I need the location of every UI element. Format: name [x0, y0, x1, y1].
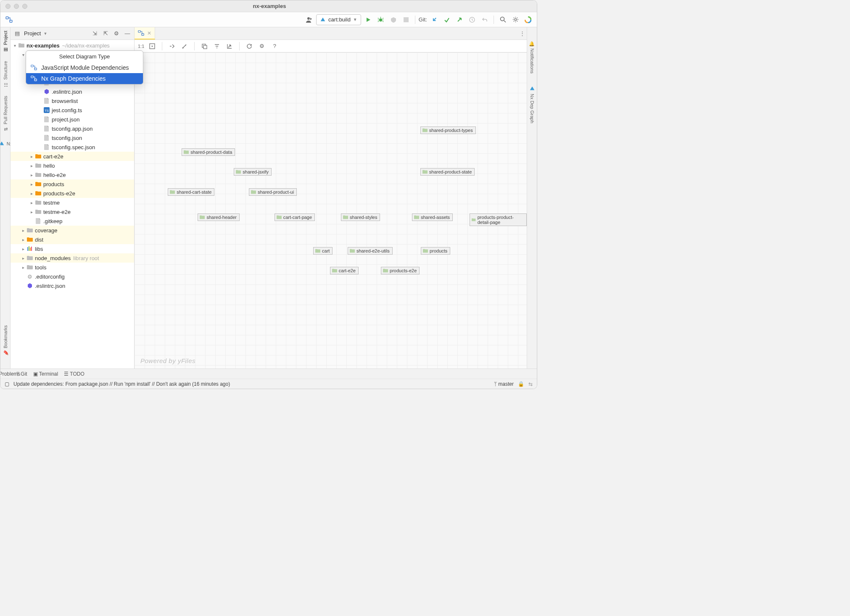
tree-node[interactable]: ▸tools — [11, 263, 134, 272]
graph-node[interactable]: shared-styles — [341, 213, 380, 221]
tree-node[interactable]: tsconfig.app.json — [11, 124, 134, 133]
tab-menu-icon[interactable]: ⋮ — [517, 27, 527, 39]
gear-icon[interactable]: ⚙ — [257, 42, 267, 51]
graph-node[interactable]: shared-jsxify — [234, 168, 272, 176]
tree-node[interactable]: .gitkeep — [11, 216, 134, 226]
minimize-icon[interactable]: — — [123, 29, 132, 38]
tree-root[interactable]: ▾ nx-examples ~/idea/nx-examples — [11, 41, 134, 50]
tree-node[interactable]: ▸libs — [11, 244, 134, 253]
export-icon[interactable] — [225, 42, 234, 51]
traffic-close[interactable] — [5, 4, 11, 9]
svg-rect-27 — [203, 45, 207, 49]
git-commit-icon[interactable] — [441, 14, 452, 25]
project-scope-icon[interactable]: ▤ — [13, 29, 21, 38]
stop-icon[interactable] — [401, 14, 412, 25]
diagram-tool-icon[interactable] — [4, 14, 15, 25]
help-icon[interactable]: ? — [270, 42, 279, 51]
refresh-icon[interactable] — [245, 42, 254, 51]
tree-node[interactable]: ▸products — [11, 179, 134, 189]
quick-access-icon[interactable]: ▢ — [5, 381, 9, 387]
tab-diagram[interactable]: ✕ — [135, 27, 155, 39]
run-icon[interactable] — [363, 14, 374, 25]
settings-icon[interactable] — [510, 14, 521, 25]
project-header-label[interactable]: Project — [24, 30, 41, 37]
graph-node[interactable]: cart-e2e — [330, 267, 359, 274]
tree-node[interactable]: TSjest.config.ts — [11, 105, 134, 115]
fit-content-icon[interactable] — [148, 42, 157, 51]
graph-node[interactable]: shared-product-state — [420, 168, 475, 176]
popup-item-js-deps[interactable]: JavaScript Module Dependencies — [26, 62, 143, 73]
graph-node[interactable]: cart-cart-page — [275, 213, 315, 221]
user-icon[interactable] — [304, 14, 314, 25]
git-push-icon[interactable] — [454, 14, 465, 25]
tree-node[interactable]: ▸products-e2e — [11, 189, 134, 198]
copy-icon[interactable] — [200, 42, 209, 51]
rail-notifications[interactable]: 🔔Notifications — [529, 40, 536, 74]
svg-rect-14 — [29, 246, 29, 251]
close-icon[interactable]: ✕ — [147, 30, 151, 36]
debug-icon[interactable] — [375, 14, 386, 25]
graph-node[interactable]: shared-e2e-utils — [348, 247, 393, 255]
tree-node[interactable]: ▸hello — [11, 161, 134, 170]
tree-node[interactable]: ▸dist — [11, 235, 134, 244]
traffic-max[interactable] — [22, 4, 27, 9]
terminal-button[interactable]: ▣ Terminal — [33, 371, 58, 377]
indent-icon[interactable]: ⇆ — [528, 381, 533, 387]
git-branch[interactable]: ᛘ master — [494, 381, 514, 387]
tree-node[interactable]: ▸testme — [11, 198, 134, 207]
svg-rect-21 — [138, 30, 140, 32]
git-button[interactable]: ᛘ Git — [16, 371, 27, 377]
graph-node[interactable]: products — [421, 247, 450, 255]
problems-button[interactable]: ⊘ Problems — [5, 371, 11, 377]
tree-node[interactable]: ▸coverage — [11, 226, 134, 235]
tree-node[interactable]: browserlist — [11, 96, 134, 105]
tree-node[interactable]: ▸node_moduleslibrary root — [11, 253, 134, 263]
rail-structure[interactable]: ☷Structure — [2, 61, 9, 88]
chevron-down-icon[interactable]: ▼ — [43, 32, 47, 36]
tree-node[interactable]: ⚙.editorconfig — [11, 272, 134, 281]
tree-node[interactable]: ▸hello-e2e — [11, 170, 134, 179]
tree-node[interactable]: tsconfig.spec.json — [11, 142, 134, 152]
lock-icon[interactable]: 🔒 — [518, 381, 524, 387]
jb-logo-icon[interactable] — [523, 14, 533, 25]
traffic-min[interactable] — [14, 4, 19, 9]
graph-node[interactable]: shared-product-ui — [249, 188, 297, 196]
tree-node[interactable]: .eslintrc.json — [11, 281, 134, 290]
graph-node[interactable]: products-e2e — [381, 267, 420, 274]
tree-node[interactable]: project.json — [11, 115, 134, 124]
run-config-selector[interactable]: cart:build ▼ — [316, 14, 361, 25]
status-hint[interactable]: Update dependencies: From package.json /… — [13, 381, 230, 387]
graph-node[interactable]: shared-header — [198, 213, 240, 221]
graph-node[interactable]: shared-product-data — [182, 148, 235, 156]
collapse-all-icon[interactable]: ⇱ — [101, 29, 110, 38]
rail-nx-dep-graph[interactable]: Nx Dep Graph — [529, 85, 536, 123]
project-tree[interactable]: ▾ nx-examples ~/idea/nx-examples ▾apps▾c… — [11, 40, 134, 369]
graph-node[interactable]: products-product-detail-page — [470, 213, 527, 226]
tree-node[interactable]: ▸testme-e2e — [11, 207, 134, 216]
panel-settings-icon[interactable]: ⚙ — [112, 29, 121, 38]
undo-icon[interactable] — [479, 14, 490, 25]
graph-node[interactable]: shared-product-types — [420, 126, 476, 134]
graph-node[interactable]: shared-cart-state — [168, 188, 214, 196]
git-pull-icon[interactable] — [429, 14, 440, 25]
search-icon[interactable] — [497, 14, 508, 25]
history-icon[interactable] — [467, 14, 478, 25]
tree-node[interactable]: .eslintrc.json — [11, 87, 134, 96]
rail-pull-requests[interactable]: ⇅Pull Requests — [2, 96, 9, 133]
layout-icon[interactable] — [167, 42, 177, 51]
tree-node[interactable]: ▸cart-e2e — [11, 152, 134, 161]
rail-project[interactable]: ▤Project — [2, 31, 9, 53]
diagram-canvas[interactable]: shared-product-datashared-product-typess… — [135, 53, 527, 369]
zoom-1to1[interactable]: 1:1 — [138, 44, 144, 49]
route-edges-icon[interactable] — [180, 42, 189, 51]
expand-all-icon[interactable]: ⇲ — [90, 29, 99, 38]
coverage-icon[interactable] — [388, 14, 399, 25]
graph-node[interactable]: shared-assets — [412, 213, 453, 221]
svg-rect-17 — [31, 65, 33, 67]
graph-node[interactable]: cart — [313, 247, 333, 255]
filter-icon[interactable] — [212, 42, 222, 51]
rail-bookmarks[interactable]: 🔖Bookmarks — [2, 325, 9, 357]
todo-button[interactable]: ☰ TODO — [64, 371, 84, 377]
popup-item-nx-graph-deps[interactable]: Nx Graph Dependencies — [26, 73, 143, 84]
tree-node[interactable]: tsconfig.json — [11, 133, 134, 142]
